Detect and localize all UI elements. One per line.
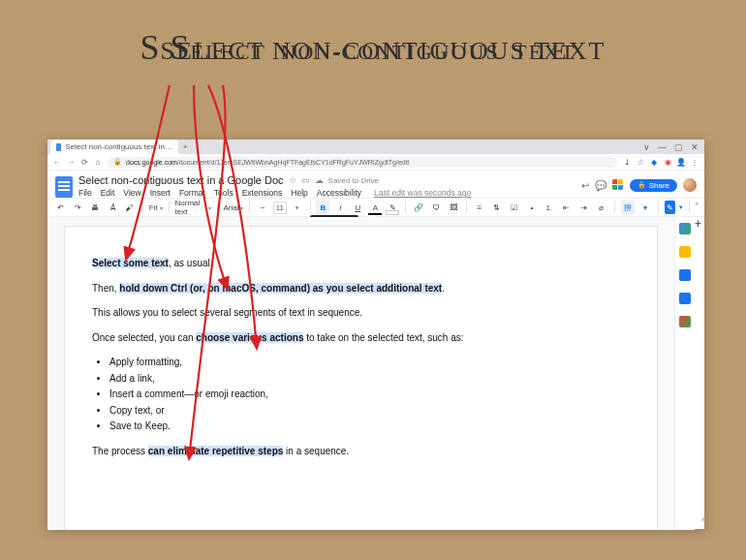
numbered-list-button[interactable]: 1. [543,201,556,214]
highlight-3[interactable]: choose various actions [196,332,303,343]
formatting-toolbar: ↶ ↷ 🖶 Ǎ 🖌 Fit Normal text Arial − 11 + B… [47,198,704,217]
editing-mode-button[interactable]: ✎ [665,201,675,214]
undo-button[interactable]: ↶ [53,201,67,214]
italic-button[interactable]: I [333,201,347,214]
line-spacing-button[interactable]: ⇅ [490,201,504,214]
tab-strip: Select non-contiguous text in… + ∨ — ▢ ✕ [47,140,704,154]
list-item: Insert a comment—or emoji reaction, [109,387,630,402]
underline-button[interactable]: U [351,201,364,214]
add-comment-button[interactable]: 🗨 [429,201,443,214]
input-tools-button[interactable]: 拼 [621,201,635,214]
list-item: Save to Keep. [109,419,630,434]
hide-side-panel-button[interactable]: › [701,514,704,524]
decrease-font-button[interactable]: − [256,201,269,214]
saved-status: Saved to Drive [328,176,379,185]
meet-icon[interactable] [612,179,624,191]
checklist-button[interactable]: ☑ [508,201,521,214]
share-label: Share [649,181,669,190]
menu-edit[interactable]: Edit [101,188,115,198]
move-icon[interactable]: ▭ [301,175,310,185]
increase-font-button[interactable]: + [291,201,304,214]
menu-file[interactable]: File [78,188,92,198]
menu-icon[interactable]: ⋮ [691,158,699,166]
comments-icon[interactable]: 💬 [595,180,606,191]
last-edit-link[interactable]: Last edit was seconds ago [374,188,471,198]
menu-extensions[interactable]: Extensions [242,188,283,198]
document-canvas[interactable]: Select some text, as usual. Then, hold d… [47,217,674,530]
star-doc-icon[interactable]: ☆ [289,175,296,185]
menu-tools[interactable]: Tools [214,188,233,198]
home-button[interactable]: ⌂ [94,158,102,166]
ext2-icon[interactable]: ◉ [664,158,671,166]
profile-icon[interactable]: 👤 [677,158,685,166]
keep-icon[interactable] [679,246,691,258]
list-item: Add a link, [109,371,630,387]
font-select[interactable]: Arial [223,203,243,212]
side-panel [674,217,695,530]
list-item: Copy text, or [109,403,630,419]
align-button[interactable]: ≡ [473,201,486,214]
menu-format[interactable]: Format [179,188,205,198]
close-button[interactable]: ✕ [691,142,699,152]
address-bar[interactable]: 🔒 docs.google.com/document/d/1JemSEJWtiW… [108,157,617,168]
share-lock-icon: 🔒 [637,181,646,189]
cloud-icon[interactable]: ☁ [315,175,324,185]
avatar[interactable] [683,178,697,192]
document-title[interactable]: Select non-contiguous text in a Google D… [78,174,284,186]
star-icon[interactable]: ☆ [637,158,644,166]
docs-favicon [56,143,61,151]
lock-icon: 🔒 [113,158,122,166]
share-button[interactable]: 🔒 Share [630,179,677,192]
docs-logo-icon[interactable] [55,176,73,198]
hide-menus-button[interactable]: ˆ [696,202,699,213]
menu-insert[interactable]: Insert [150,188,171,198]
url-domain: docs.google.com [126,159,177,166]
style-select[interactable]: Normal text [175,199,211,216]
back-button[interactable]: ← [53,158,61,166]
menu-view[interactable]: View [123,188,140,198]
menu-bar: File Edit View Insert Format Tools Exten… [78,188,575,198]
spellcheck-button[interactable]: Ǎ [106,201,119,214]
history-icon[interactable]: ↩ [581,180,589,191]
minimize-button[interactable]: — [658,142,667,152]
contacts-icon[interactable] [679,293,691,304]
para-3: This allows you to select several segmen… [92,305,630,321]
reload-button[interactable]: ⟳ [80,158,88,166]
insert-image-button[interactable]: 🖼 [447,201,460,214]
calendar-icon[interactable] [679,223,691,234]
new-tab-button[interactable]: + [178,140,192,154]
extension-icon[interactable]: ∨ [643,142,650,152]
maps-icon[interactable] [679,316,691,327]
redo-button[interactable]: ↷ [71,201,84,214]
tasks-icon[interactable] [679,269,691,281]
bulleted-list-button[interactable]: • [525,201,539,214]
bold-button[interactable]: B [316,201,329,214]
print-button[interactable]: 🖶 [88,201,102,214]
decrease-indent-button[interactable]: ⇤ [560,201,574,214]
ext1-icon[interactable]: ◆ [650,158,658,166]
zoom-select[interactable]: Fit [149,203,163,212]
input-tools-menu[interactable]: ▾ [638,201,652,214]
tab-title: Select non-contiguous text in… [65,142,172,151]
maximize-button[interactable]: ▢ [674,142,683,152]
font-size-input[interactable]: 11 [273,202,286,214]
clear-formatting-button[interactable]: ⌀ [595,201,608,214]
menu-accessibility[interactable]: Accessibility [317,188,361,198]
highlight-1[interactable]: Select some text [92,258,169,268]
highlight-4[interactable]: can eliminate repetitive steps [148,446,284,456]
text-color-button[interactable]: A [368,201,382,214]
url-path: /document/d/1JemSEJWtiWbnAgHqFTFagEfsCY1… [177,159,409,166]
forward-button[interactable]: → [67,158,75,166]
browser-toolbar: ← → ⟳ ⌂ 🔒 docs.google.com/document/d/1Je… [47,154,704,171]
browser-tab[interactable]: Select non-contiguous text in… [50,140,178,154]
handwritten-title-full: SELECT NON-CONTIGUOUS TEXT [0,27,746,68]
highlight-color-button[interactable]: ✎ [386,201,399,214]
insert-link-button[interactable]: 🔗 [412,201,425,214]
menu-help[interactable]: Help [291,188,307,198]
highlight-2[interactable]: hold down Ctrl (or, on macOS, command) a… [119,283,442,294]
action-list: Apply formatting, Add a link, Insert a c… [109,355,630,434]
increase-indent-button[interactable]: ⇥ [577,201,591,214]
add-addon-button[interactable]: + [695,217,701,530]
paint-format-button[interactable]: 🖌 [123,201,137,214]
download-icon[interactable]: ⤓ [623,158,631,166]
